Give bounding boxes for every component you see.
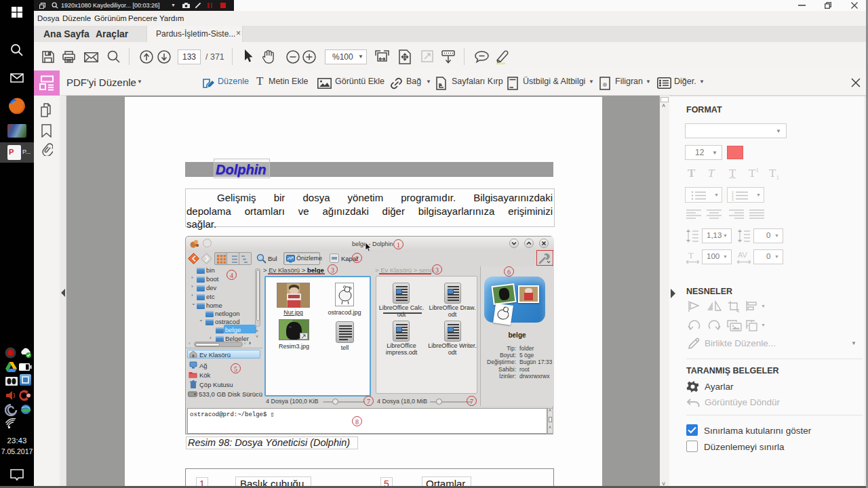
svg-text:T: T [688, 250, 694, 260]
svg-text:AV: AV [738, 251, 748, 259]
svg-text:3: 3 [732, 197, 734, 201]
